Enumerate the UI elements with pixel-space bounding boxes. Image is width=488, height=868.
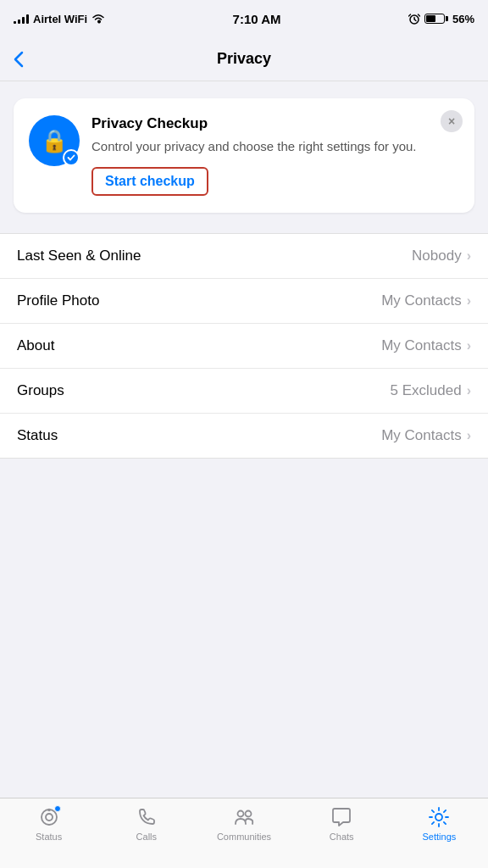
start-checkup-button[interactable]: Start checkup (92, 167, 208, 196)
status-time: 7:10 AM (233, 12, 281, 26)
carrier-label: Airtel WiFi (33, 13, 87, 25)
back-button[interactable] (14, 51, 24, 68)
settings-item-label: About (17, 337, 54, 354)
page-title: Privacy (217, 50, 271, 68)
tab-item-settings[interactable]: Settings (391, 805, 488, 842)
chevron-right-icon: › (467, 428, 471, 443)
settings-item-last-seen-&-online[interactable]: Last Seen & OnlineNobody› (0, 234, 488, 279)
settings-item-value: My Contacts (381, 427, 461, 444)
svg-point-4 (238, 811, 244, 817)
close-button[interactable]: × (441, 110, 463, 132)
status-tab-label: Status (36, 832, 62, 842)
communities-tab-icon (232, 805, 256, 829)
status-right: 56% (408, 13, 474, 25)
privacy-checkup-card: 🔒 Privacy Checkup Control your privacy a… (14, 98, 474, 213)
settings-item-groups[interactable]: Groups5 Excluded› (0, 369, 488, 414)
battery-percent: 56% (452, 13, 474, 25)
checkup-icon-wrap: 🔒 (29, 115, 80, 166)
privacy-settings-list: Last Seen & OnlineNobody›Profile PhotoMy… (0, 233, 488, 459)
settings-tab-label: Settings (423, 832, 457, 842)
tab-item-communities[interactable]: Communities (195, 805, 292, 842)
tab-item-chats[interactable]: Chats (293, 805, 391, 842)
svg-point-1 (42, 810, 57, 825)
svg-point-3 (47, 809, 51, 812)
checkup-title: Privacy Checkup (92, 115, 459, 132)
tab-item-status[interactable]: Status (0, 805, 97, 842)
main-content: 🔒 Privacy Checkup Control your privacy a… (0, 81, 488, 476)
svg-point-6 (435, 814, 442, 821)
chevron-right-icon: › (467, 383, 471, 398)
chats-tab-icon (330, 805, 353, 829)
nav-bar: Privacy (0, 37, 488, 81)
svg-point-2 (46, 814, 53, 821)
settings-item-about[interactable]: AboutMy Contacts› (0, 324, 488, 369)
settings-item-profile-photo[interactable]: Profile PhotoMy Contacts› (0, 279, 488, 324)
signal-icon (14, 14, 29, 24)
alarm-icon (408, 13, 420, 25)
checkup-badge (63, 149, 80, 166)
settings-item-status[interactable]: StatusMy Contacts› (0, 414, 488, 458)
calls-tab-icon (135, 805, 158, 829)
chats-tab-label: Chats (330, 832, 354, 842)
svg-point-5 (246, 811, 252, 817)
settings-item-label: Last Seen & Online (17, 248, 141, 264)
wifi-icon (92, 14, 105, 24)
settings-item-value: 5 Excluded (391, 382, 462, 399)
chevron-right-icon: › (467, 338, 471, 353)
communities-tab-label: Communities (217, 832, 271, 842)
chevron-right-icon: › (467, 248, 471, 264)
status-bar: Airtel WiFi 7:10 AM 56% (0, 0, 488, 37)
settings-item-label: Status (17, 427, 58, 444)
settings-item-value: My Contacts (381, 337, 461, 354)
chevron-right-icon: › (467, 293, 471, 309)
battery-icon (424, 14, 448, 24)
settings-item-value: Nobody (412, 248, 462, 264)
settings-item-label: Groups (17, 382, 64, 399)
status-left: Airtel WiFi (14, 13, 105, 25)
tab-bar: Status Calls Communities Chats (0, 798, 488, 868)
checkmark-icon (67, 153, 75, 162)
settings-item-value: My Contacts (381, 292, 461, 309)
tab-item-calls[interactable]: Calls (97, 805, 195, 842)
checkup-text: Privacy Checkup Control your privacy and… (92, 115, 459, 196)
settings-item-label: Profile Photo (17, 292, 99, 309)
lock-icon: 🔒 (41, 128, 68, 154)
settings-tab-icon (427, 805, 451, 829)
calls-tab-label: Calls (136, 832, 157, 842)
status-tab-icon (37, 805, 61, 829)
checkup-description: Control your privacy and choose the righ… (92, 137, 459, 155)
back-icon (14, 51, 24, 68)
